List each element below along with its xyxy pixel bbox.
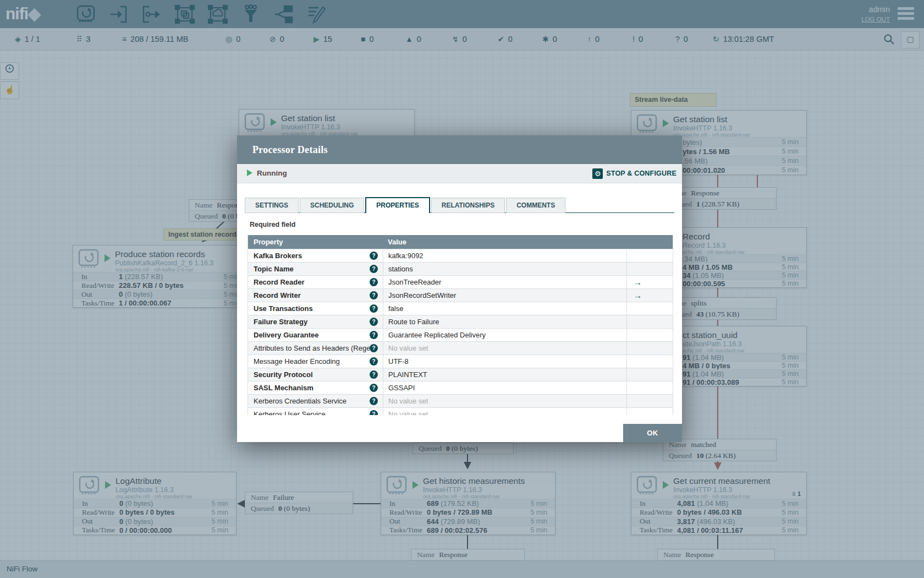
help-icon[interactable]: ? [370,357,378,366]
tab-relationships[interactable]: RELATIONSHIPS [431,198,505,213]
properties-table-header: Property Value [248,235,673,249]
property-value: No value set [383,395,626,407]
property-name: Attributes to Send as Headers (Regex) [254,344,370,352]
goto-service-icon[interactable]: → [634,278,642,286]
property-name: Security Protocol [254,370,370,379]
property-value: stations [383,263,626,275]
property-name: Record Reader [254,278,370,286]
property-value: GSSAPI [383,381,626,394]
dialog-status-bar: Running ⚙ STOP & CONFIGURE [237,164,682,183]
property-value: false [383,302,626,315]
running-status-icon [247,170,252,176]
property-name: Kafka Brokers [254,252,370,260]
help-icon[interactable]: ? [370,397,378,405]
property-row[interactable]: Kafka Brokers? kafka:9092 → [248,249,673,262]
help-icon[interactable]: ? [370,331,378,339]
processor-details-dialog: Processor Details Running ⚙ STOP & CONFI… [237,135,682,442]
help-icon[interactable]: ? [370,344,378,352]
property-row[interactable]: Topic Name? stations → [248,262,673,275]
property-name: Message Header Encoding [254,357,370,366]
help-icon[interactable]: ? [370,370,378,379]
property-row[interactable]: Attributes to Send as Headers (Regex)? N… [248,341,673,355]
help-icon[interactable]: ? [370,410,378,415]
property-value: UTF-8 [383,355,626,368]
required-field-note: Required field [250,221,295,228]
property-row[interactable]: Message Header Encoding? UTF-8 → [248,355,673,368]
property-value: JsonRecordSetWriter [383,289,626,302]
properties-table: Property Value Kafka Brokers? kafka:9092… [248,235,673,415]
property-name: Record Writer [254,291,370,299]
help-icon[interactable]: ? [370,304,378,313]
property-row[interactable]: Kerberos Credentials Service? No value s… [248,394,673,407]
run-state-label: Running [257,164,287,183]
gear-icon: ⚙ [592,168,603,179]
help-icon[interactable]: ? [370,384,378,392]
value-column-header: Value [383,235,673,249]
property-value: PLAINTEXT [383,368,626,381]
property-row[interactable]: Kerberos User Service? No value set → [248,407,673,415]
help-icon[interactable]: ? [370,318,378,326]
property-row[interactable]: Use Transactions? false → [248,302,673,315]
property-row[interactable]: SASL Mechanism? GSSAPI → [248,381,673,394]
help-icon[interactable]: ? [370,265,378,273]
dialog-header: Processor Details [237,135,682,164]
property-column-header: Property [248,235,383,249]
tab-settings[interactable]: SETTINGS [245,198,299,213]
property-name: Failure Strategy [254,318,370,326]
property-name: Kerberos Credentials Service [254,397,370,405]
help-icon[interactable]: ? [370,252,378,260]
nifi-application: Get station list InvokeHTTP 1.16.3 org.a… [0,0,924,578]
property-row[interactable]: Record Writer? JsonRecordSetWriter → [248,288,673,302]
stop-and-configure-button[interactable]: ⚙ STOP & CONFIGURE [592,164,676,183]
property-value: No value set [383,342,626,355]
tab-comments[interactable]: COMMENTS [506,198,565,213]
tab-scheduling[interactable]: SCHEDULING [300,198,364,213]
property-name: Kerberos User Service [254,410,370,415]
property-name: Topic Name [254,265,370,273]
property-value: JsonTreeReader [383,276,626,288]
help-icon[interactable]: ? [370,291,378,299]
property-row[interactable]: Security Protocol? PLAINTEXT → [248,368,673,381]
dialog-title: Processor Details [252,135,328,164]
property-name: SASL Mechanism [254,384,370,392]
property-value: Route to Failure [383,315,626,328]
tab-properties[interactable]: PROPERTIES [365,197,430,213]
ok-button[interactable]: OK [623,424,682,442]
dialog-tabs: SETTINGSSCHEDULINGPROPERTIESRELATIONSHIP… [245,197,674,213]
property-row[interactable]: Failure Strategy? Route to Failure → [248,315,673,328]
goto-service-icon[interactable]: → [634,291,642,299]
property-name: Delivery Guarantee [254,331,370,339]
help-icon[interactable]: ? [370,278,378,286]
property-value: No value set [383,408,626,415]
property-value: kafka:9092 [383,249,626,262]
property-row[interactable]: Record Reader? JsonTreeReader → [248,275,673,288]
property-value: Guarantee Replicated Delivery [383,329,626,341]
property-row[interactable]: Delivery Guarantee? Guarantee Replicated… [248,328,673,341]
property-name: Use Transactions [254,304,370,313]
